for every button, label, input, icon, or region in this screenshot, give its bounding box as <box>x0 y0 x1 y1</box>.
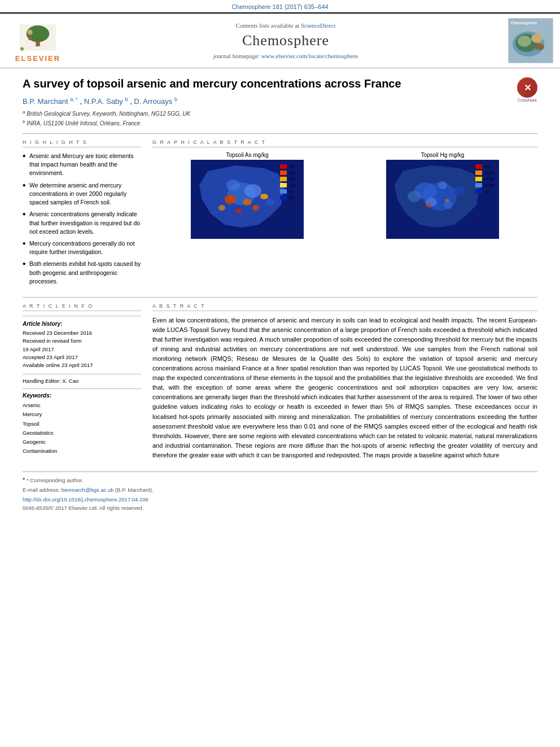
highlights-column: H I G H L I G H T S Arsenic and Mercury … <box>23 139 141 289</box>
highlight-item-4: Mercury concentrations generally do not … <box>23 239 141 256</box>
svg-text:>0.1: >0.1 <box>484 165 492 169</box>
affil-marker-a1: a, <box>70 97 76 102</box>
svg-rect-27 <box>280 171 287 175</box>
svg-text:>0.04: >0.04 <box>484 177 494 181</box>
svg-rect-33 <box>280 189 287 194</box>
svg-point-16 <box>244 184 261 198</box>
doi-link[interactable]: http://dx.doi.org/10.1016/j.chemosphere.… <box>23 496 148 503</box>
keyword-mercury: Mercury <box>23 410 141 419</box>
footer-area: * * Corresponding author. E-mail address… <box>23 471 537 511</box>
affil-marker-b1: b <box>125 97 128 102</box>
affiliations: a British Geological Survey, Keyworth, N… <box>23 109 537 128</box>
article-title: A survey of topsoil arsenic and mercury … <box>23 76 537 91</box>
sciencedirect-link[interactable]: ScienceDirect <box>301 22 336 29</box>
affil-text-b: INRA, US1106 Unité Infosol, Orléans, Fra… <box>27 120 140 126</box>
corresponding-star: * <box>23 477 25 483</box>
svg-point-21 <box>236 208 242 213</box>
abstract-heading: A B S T R A C T <box>152 303 537 311</box>
svg-point-20 <box>260 194 268 199</box>
article-info-heading: A R T I C L E I N F O <box>23 303 141 311</box>
svg-rect-48 <box>475 164 482 169</box>
svg-text:>0.06: >0.06 <box>484 171 494 175</box>
journal-cover-thumbnail: Chemosphere <box>508 18 553 63</box>
keyword-contamination: Contamination <box>23 447 141 456</box>
svg-point-19 <box>218 205 225 211</box>
svg-point-17 <box>225 195 236 204</box>
email-line: E-mail address: benmarch@bgs.ac.uk (B.P.… <box>23 487 537 493</box>
svg-point-10 <box>531 34 542 43</box>
affiliation-a: a British Geological Survey, Keyworth, N… <box>23 109 537 118</box>
title-area: ✕ CrossMark A survey of topsoil arsenic … <box>23 76 537 91</box>
arsenic-map-image: >50 >35 >25 >14 >7 >0 <box>152 160 342 239</box>
svg-text:🌳: 🌳 <box>20 47 25 51</box>
keyword-geostatistics: Geostatistics <box>23 429 141 438</box>
homepage-line: journal homepage: www.elsevier.com/locat… <box>69 53 502 59</box>
highlights-heading: H I G H L I G H T S <box>23 139 141 147</box>
abstract-column: A B S T R A C T Even at low concentratio… <box>152 303 537 460</box>
author-separator-1: , <box>80 97 84 106</box>
homepage-link[interactable]: www.elsevier.com/locate/chemosphere <box>261 53 358 59</box>
svg-text:>14: >14 <box>288 184 295 187</box>
copyright-line: 0045-6535/© 2017 Elsevier Ltd. All right… <box>23 505 537 511</box>
svg-point-24 <box>265 198 274 206</box>
affil-marker-b2: b <box>174 97 177 102</box>
svg-point-45 <box>438 181 447 189</box>
elsevier-logo: 🌳 ELSEVIER <box>7 19 69 63</box>
svg-rect-52 <box>475 177 482 181</box>
sciencedirect-line: Contents lists available at ScienceDirec… <box>69 22 502 29</box>
highlight-item-5: Both elements exhibit hot-spots caused b… <box>23 260 141 286</box>
crossmark-label: CrossMark <box>517 98 537 102</box>
elsevier-wordmark: ELSEVIER <box>15 54 60 63</box>
highlights-list: Arsenic and Mercury are toxic elements t… <box>23 152 141 286</box>
svg-rect-56 <box>475 189 482 194</box>
mercury-map-svg: >0.1 >0.06 >0.04 >0.02 >0 <box>348 160 537 239</box>
journal-citation: Chemosphere 181 (2017) 635–644 <box>0 0 560 12</box>
svg-text:>0: >0 <box>484 190 488 194</box>
keyword-geogenic: Geogenic <box>23 438 141 447</box>
svg-rect-2 <box>36 41 40 46</box>
svg-rect-29 <box>280 177 287 181</box>
mercury-map-container: Topsoil Hg mg/kg <box>348 152 537 239</box>
email-suffix: (B.P. Marchant). <box>115 487 154 493</box>
divider-2 <box>23 297 537 298</box>
mercury-map-title: Topsoil Hg mg/kg <box>348 152 537 158</box>
highlight-item-2: We determine arsenic and mercury concent… <box>23 181 141 207</box>
author-marchant[interactable]: B.P. Marchant <box>23 97 68 106</box>
email-link[interactable]: benmarch@bgs.ac.uk <box>62 487 114 493</box>
article-info-column: A R T I C L E I N F O Article history: R… <box>23 303 141 460</box>
corresponding-label: * Corresponding author. <box>27 477 83 483</box>
author-arrouays[interactable]: D. Arrouays <box>134 97 172 106</box>
author-saby[interactable]: N.P.A. Saby <box>84 97 123 106</box>
received-date: Received 23 December 2016 <box>23 329 141 337</box>
svg-text:>50: >50 <box>288 165 295 169</box>
svg-rect-31 <box>280 183 287 187</box>
affil-marker-star: * <box>76 97 78 102</box>
keywords-list: Arsenic Mercury Topsoil Geostatistics Ge… <box>23 401 141 456</box>
svg-rect-50 <box>475 171 482 175</box>
svg-text:Chemosphere: Chemosphere <box>511 21 537 25</box>
journal-center-info: Contents lists available at ScienceDirec… <box>69 22 502 59</box>
keyword-topsoil: Topsoil <box>23 420 141 429</box>
svg-point-22 <box>252 205 259 211</box>
main-content: ✕ CrossMark A survey of topsoil arsenic … <box>0 68 560 522</box>
highlight-item-1: Arsenic and Mercury are toxic elements t… <box>23 152 141 178</box>
crossmark-badge: ✕ CrossMark <box>517 77 537 102</box>
svg-text:>0: >0 <box>288 196 293 200</box>
handling-editor: Handling Editor: X. Cao <box>23 374 141 384</box>
article-info-abstract-section: A R T I C L E I N F O Article history: R… <box>23 303 537 460</box>
mercury-map-image: >0.1 >0.06 >0.04 >0.02 >0 <box>348 160 537 239</box>
journal-citation-link[interactable]: Chemosphere 181 (2017) 635–644 <box>231 3 328 10</box>
svg-point-18 <box>243 199 252 206</box>
article-history: Article history: Received 23 December 20… <box>23 316 141 369</box>
svg-rect-54 <box>475 183 482 187</box>
divider-1 <box>23 133 537 134</box>
svg-rect-35 <box>280 195 287 200</box>
arsenic-map-title: Topsoil As mg/kg <box>152 152 342 158</box>
history-title: Article history: <box>23 320 141 328</box>
affil-text-a: British Geological Survey, Keyworth, Not… <box>27 111 190 117</box>
revised-date: 19 April 2017 <box>23 346 141 353</box>
authors-line: B.P. Marchant a, * , N.P.A. Saby b , D. … <box>23 97 537 106</box>
journal-cover-image: Chemosphere <box>509 19 553 63</box>
cover-svg: Chemosphere <box>509 19 553 63</box>
svg-point-43 <box>408 191 421 202</box>
